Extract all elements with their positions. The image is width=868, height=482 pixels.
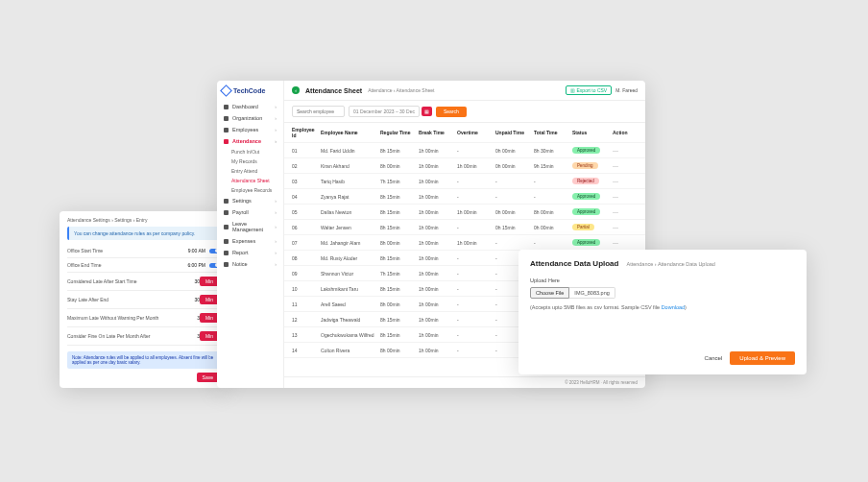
cell-regular: 8h 15min bbox=[380, 317, 417, 323]
column-header: Break Time bbox=[419, 130, 455, 135]
row-actions-icon[interactable]: ⋯ bbox=[613, 208, 632, 215]
row-actions-icon[interactable]: ⋯ bbox=[613, 178, 632, 184]
date-range-input[interactable]: 01 December 2023 – 30 Dec bbox=[349, 106, 420, 117]
row-actions-icon[interactable]: ⋯ bbox=[613, 147, 632, 154]
back-icon[interactable]: ‹ bbox=[292, 86, 300, 94]
cell-break: 1h 00min bbox=[419, 301, 455, 307]
upload-label: Upload Here bbox=[530, 277, 795, 283]
page-title: Attendance Sheet bbox=[305, 87, 362, 94]
subnav-item[interactable]: Attendance Sheet bbox=[222, 176, 278, 185]
settings-row: Office End Time 6:00 PM bbox=[67, 258, 219, 273]
cell-break: 1h 00min bbox=[419, 348, 455, 353]
cell-status: Approved bbox=[572, 147, 611, 154]
calendar-icon[interactable]: ▦ bbox=[422, 107, 432, 116]
subnav-item[interactable]: Punch In/Out bbox=[222, 147, 278, 157]
export-button[interactable]: ▥ Export to CSV bbox=[566, 85, 612, 95]
table-row: 03 Tariq Hasib 7h 15min 1h 00min - - - R… bbox=[284, 174, 645, 189]
cell-name: Lakshmikant Taru bbox=[321, 286, 378, 292]
settings-row: Maximum Late Without Warning Per Month 3… bbox=[67, 309, 219, 327]
cell-status: Partial bbox=[572, 224, 611, 230]
nav-item[interactable]: Settings bbox=[222, 195, 278, 206]
cell-total: - bbox=[534, 240, 570, 246]
settings-breadcrumb: Attendance Settings › Settings › Entry bbox=[67, 217, 219, 223]
cell-overtime: 1h 00min bbox=[457, 163, 494, 169]
file-input[interactable]: Choose File IMG_8083.png bbox=[530, 287, 795, 299]
nav-icon bbox=[224, 116, 229, 121]
min-button[interactable]: Min bbox=[200, 295, 219, 304]
cell-id: 09 bbox=[292, 271, 319, 277]
user-name[interactable]: M. Fareed bbox=[615, 87, 638, 93]
save-button[interactable]: Save bbox=[197, 373, 219, 382]
cell-overtime: - bbox=[457, 255, 494, 261]
cell-break: 1h 00min bbox=[419, 286, 455, 292]
cell-regular: 8h 00min bbox=[380, 348, 417, 353]
subnav-item[interactable]: My Records bbox=[222, 157, 278, 166]
cell-overtime: - bbox=[457, 286, 494, 292]
cell-overtime: - bbox=[457, 148, 494, 154]
cell-unpaid: - bbox=[495, 240, 532, 246]
column-header: Overtime bbox=[457, 130, 494, 135]
cancel-button[interactable]: Cancel bbox=[705, 355, 723, 361]
nav-icon bbox=[224, 262, 229, 267]
subnav-item[interactable]: Employee Records bbox=[222, 185, 278, 195]
table-row: 02 Kiran Akhand 8h 00min 1h 00min 1h 00m… bbox=[284, 158, 645, 174]
cell-regular: 8h 00min bbox=[380, 163, 417, 169]
cell-regular: 7h 15min bbox=[380, 271, 417, 277]
min-button[interactable]: Min bbox=[200, 277, 219, 286]
nav-item[interactable]: Payroll bbox=[222, 206, 278, 218]
search-input[interactable] bbox=[292, 106, 345, 117]
nav-item[interactable]: Organization bbox=[222, 112, 278, 124]
cell-total: 0h 00min bbox=[534, 225, 570, 230]
subnav-item[interactable]: Entry Attend bbox=[222, 166, 278, 176]
settings-row: Considered Late After Start Time 30 Min bbox=[67, 273, 219, 291]
cell-regular: 8h 15min bbox=[380, 255, 417, 261]
table-row: 04 Zyanya Rajat 8h 15min 1h 00min - - - … bbox=[284, 189, 645, 205]
row-actions-icon[interactable]: ⋯ bbox=[613, 162, 632, 169]
settings-row-label: Office End Time bbox=[67, 262, 182, 268]
nav-icon bbox=[224, 199, 229, 204]
cell-overtime: 1h 00min bbox=[457, 240, 494, 246]
cell-name: Md. Farid Uddin bbox=[321, 148, 378, 154]
topbar: ‹ Attendance Sheet Attendance › Attendan… bbox=[284, 81, 645, 101]
cell-unpaid: - bbox=[495, 179, 532, 184]
cell-break: 1h 00min bbox=[419, 163, 455, 169]
upload-preview-button[interactable]: Upload & Preview bbox=[730, 351, 795, 365]
cell-name: Walter Jensen bbox=[321, 225, 378, 230]
cell-id: 03 bbox=[292, 179, 319, 184]
row-actions-icon[interactable]: ⋯ bbox=[613, 193, 632, 200]
cell-overtime: - bbox=[457, 225, 494, 230]
min-button[interactable]: Min bbox=[200, 331, 219, 341]
cell-name: Tariq Hasib bbox=[321, 179, 378, 184]
download-sample-link[interactable]: Download bbox=[662, 304, 685, 310]
nav-item[interactable]: Leave Management bbox=[222, 218, 278, 235]
breadcrumb: Attendance › Attendance Sheet bbox=[368, 87, 434, 93]
cell-break: 1h 00min bbox=[419, 317, 455, 323]
choose-file-button[interactable]: Choose File bbox=[530, 287, 569, 299]
settings-row-value: 30 bbox=[177, 297, 200, 302]
cell-total: 8h 30min bbox=[534, 148, 570, 154]
cell-overtime: - bbox=[457, 301, 494, 307]
nav-item[interactable]: Report bbox=[222, 247, 278, 258]
nav-item[interactable]: Notice bbox=[222, 258, 278, 270]
cell-unpaid: 0h 00min bbox=[495, 163, 532, 169]
search-button[interactable]: Search bbox=[436, 107, 467, 117]
cell-overtime: - bbox=[457, 348, 494, 353]
cell-id: 02 bbox=[292, 163, 319, 169]
upload-breadcrumb: Attendance › Attendance Data Upload bbox=[626, 261, 714, 267]
nav-icon bbox=[224, 139, 229, 144]
min-button[interactable]: Min bbox=[200, 313, 219, 323]
nav-item[interactable]: Expenses bbox=[222, 235, 278, 247]
settings-row-label: Considered Late After Start Time bbox=[67, 278, 177, 284]
row-actions-icon[interactable]: ⋯ bbox=[613, 224, 632, 230]
column-header: Employee Name bbox=[321, 130, 378, 135]
settings-row-label: Consider Fine On Late Per Month After bbox=[67, 333, 177, 339]
table-row: 06 Walter Jensen 8h 15min 1h 00min - 0h … bbox=[284, 220, 645, 235]
nav-item[interactable]: Dashboard bbox=[222, 101, 278, 112]
nav-icon bbox=[224, 239, 229, 244]
cell-regular: 8h 15min bbox=[380, 332, 417, 338]
row-actions-icon[interactable]: ⋯ bbox=[613, 239, 632, 246]
cell-name: Jadwiga Theawald bbox=[321, 317, 378, 323]
cell-break: 1h 00min bbox=[419, 148, 455, 154]
nav-item[interactable]: Employees bbox=[222, 124, 278, 135]
nav-item[interactable]: Attendance bbox=[222, 135, 278, 147]
